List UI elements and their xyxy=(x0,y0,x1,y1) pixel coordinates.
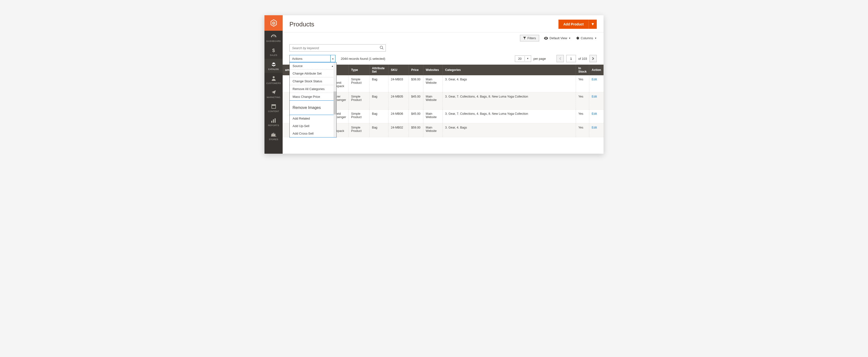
pagination: 20 ▼ per page of 103 xyxy=(515,55,597,62)
table-cell: Bag xyxy=(369,124,388,137)
search-input[interactable] xyxy=(289,44,386,52)
grid-toolbar: Filters Default View ▼ Columns ▼ xyxy=(283,32,603,43)
add-product-caret[interactable]: ▼ xyxy=(589,20,597,29)
nav-icon: $ xyxy=(272,48,275,53)
nav-label: MARKETING xyxy=(267,96,280,98)
dropdown-scroll-thumb[interactable] xyxy=(334,92,336,115)
search-wrap xyxy=(289,44,386,52)
column-header[interactable]: Action xyxy=(589,65,603,75)
actions-item-remove-images[interactable]: Remove Images xyxy=(289,100,337,115)
action-cell: Edit xyxy=(589,93,603,110)
table-cell: 24-MB03 xyxy=(388,75,409,93)
nav-label: CUSTOMERS xyxy=(266,82,281,85)
content-area: Products Add Product ▼ Filters Default V… xyxy=(283,15,603,154)
actions-group-header[interactable]: Source ▲ xyxy=(290,62,336,70)
app-window: DASHBOARD$SALESCATALOGCUSTOMERSMARKETING… xyxy=(265,15,603,154)
nav-icon xyxy=(271,132,276,137)
sidebar-item-customers[interactable]: CUSTOMERS xyxy=(265,73,283,87)
svg-rect-8 xyxy=(271,136,276,136)
column-header[interactable]: In Stock xyxy=(576,65,589,75)
prev-page-button[interactable] xyxy=(557,55,564,62)
sidebar-item-stores[interactable]: STORES xyxy=(265,129,283,143)
actions-item[interactable]: Add Cross-Sell xyxy=(290,130,336,137)
caret-up-icon: ▲ xyxy=(331,65,334,67)
title-bar: Products Add Product ▼ xyxy=(283,15,603,32)
column-header[interactable]: SKU xyxy=(388,65,409,75)
svg-rect-6 xyxy=(273,119,274,123)
table-cell: Simple Product xyxy=(348,75,369,93)
actions-item[interactable]: Mass Change Price xyxy=(290,93,336,101)
table-cell: $45.00 xyxy=(409,93,423,110)
nav-label: DASHBOARD xyxy=(267,40,281,42)
per-page-label: per page xyxy=(533,57,546,61)
columns-button[interactable]: Columns ▼ xyxy=(576,36,597,40)
actions-group-label: Source xyxy=(292,64,303,68)
actions-dropdown-button[interactable]: Actions ▲ xyxy=(289,55,335,62)
next-page-button[interactable] xyxy=(589,55,597,62)
filters-button[interactable]: Filters xyxy=(520,35,539,41)
svg-point-2 xyxy=(273,76,275,78)
table-cell: Simple Product xyxy=(348,110,369,124)
column-header[interactable]: Websites xyxy=(423,65,442,75)
sidebar-item-marketing[interactable]: MARKETING xyxy=(265,87,283,101)
page-total-label: of 103 xyxy=(578,57,587,61)
edit-link[interactable]: Edit xyxy=(592,78,597,81)
table-cell: $59.00 xyxy=(409,124,423,137)
table-cell: Bag xyxy=(369,110,388,124)
edit-link[interactable]: Edit xyxy=(592,112,597,116)
column-header[interactable]: Attribute Set xyxy=(369,65,388,75)
table-cell: 3. Gear, 7. Collections, 4. Bags, 8. New… xyxy=(442,110,576,124)
gear-icon xyxy=(576,36,579,40)
page-number-input[interactable] xyxy=(566,55,576,62)
actions-item[interactable]: Change Stock Status xyxy=(290,77,336,85)
edit-link[interactable]: Edit xyxy=(592,126,597,129)
svg-rect-0 xyxy=(273,36,274,37)
caret-down-icon: ▼ xyxy=(569,37,571,39)
table-cell: Yes xyxy=(576,110,589,124)
per-page-value: 20 xyxy=(515,56,524,62)
add-product-button[interactable]: Add Product ▼ xyxy=(558,20,597,29)
action-cell: Edit xyxy=(589,75,603,93)
page-title: Products xyxy=(289,21,314,28)
view-label: Default View xyxy=(550,36,567,40)
chevron-right-icon xyxy=(592,57,594,60)
actions-item[interactable]: Add Up-Sell xyxy=(290,122,336,130)
sidebar-item-catalog[interactable]: CATALOG xyxy=(265,59,283,73)
nav-label: STORES xyxy=(269,138,278,141)
column-header[interactable]: Categories xyxy=(442,65,576,75)
search-icon[interactable] xyxy=(379,45,384,50)
admin-sidebar: DASHBOARD$SALESCATALOGCUSTOMERSMARKETING… xyxy=(265,15,283,154)
sidebar-item-dashboard[interactable]: DASHBOARD xyxy=(265,31,283,45)
nav-label: SALES xyxy=(270,54,277,56)
nav-icon xyxy=(271,34,276,39)
sidebar-item-content[interactable]: CONTENT xyxy=(265,101,283,115)
column-header[interactable]: Type xyxy=(348,65,369,75)
actions-item[interactable]: Change Attribute Set xyxy=(290,70,336,77)
nav-icon xyxy=(272,76,276,81)
svg-rect-4 xyxy=(272,104,276,106)
table-cell: Simple Product xyxy=(348,93,369,110)
table-cell: $38.00 xyxy=(409,75,423,93)
magento-logo[interactable] xyxy=(265,15,283,31)
nav-icon xyxy=(271,118,276,123)
per-page-select[interactable]: 20 ▼ xyxy=(515,56,531,62)
caret-down-icon: ▼ xyxy=(591,22,595,26)
edit-link[interactable]: Edit xyxy=(592,95,597,98)
svg-rect-5 xyxy=(271,121,272,123)
records-found: 2044 records found (1 selected) xyxy=(341,57,385,61)
table-cell: $45.00 xyxy=(409,110,423,124)
table-cell: Yes xyxy=(576,124,589,137)
table-cell: Main Website xyxy=(423,110,442,124)
action-cell: Edit xyxy=(589,110,603,124)
actions-item[interactable]: Add Related xyxy=(290,115,336,122)
view-switcher[interactable]: Default View ▼ xyxy=(544,36,571,40)
actions-dropdown: Source ▲ Change Attribute SetChange Stoc… xyxy=(289,62,337,137)
sidebar-item-reports[interactable]: REPORTS xyxy=(265,115,283,129)
column-header[interactable]: Price xyxy=(409,65,423,75)
sidebar-item-sales[interactable]: $SALES xyxy=(265,45,283,59)
svg-point-10 xyxy=(380,46,383,48)
table-cell: Bag xyxy=(369,93,388,110)
actions-item[interactable]: Remove All Categories xyxy=(290,85,336,93)
add-product-label: Add Product xyxy=(558,20,589,29)
nav-icon xyxy=(271,62,276,67)
